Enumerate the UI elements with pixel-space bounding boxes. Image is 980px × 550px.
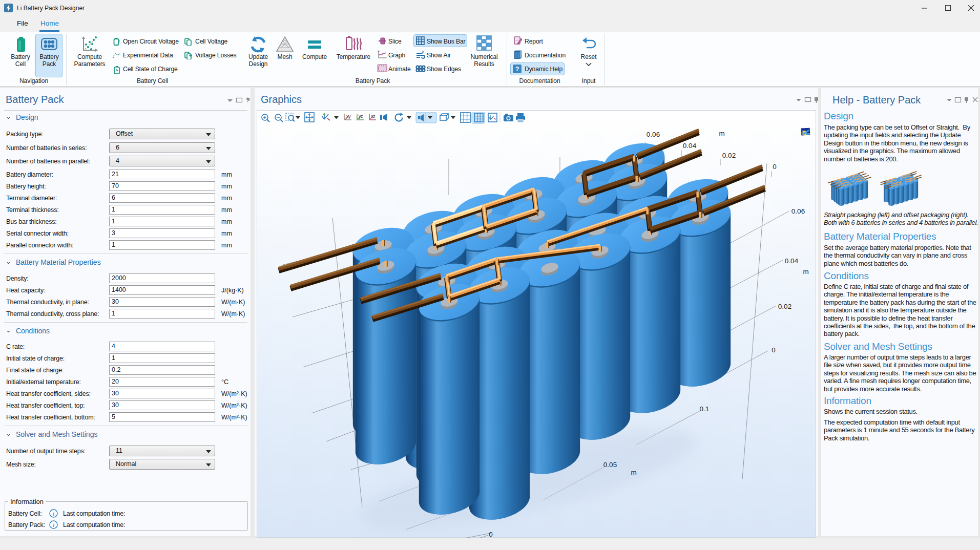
svg-text:0.1: 0.1	[700, 405, 710, 413]
svg-text:i: i	[53, 511, 54, 517]
svg-text:m: m	[803, 268, 808, 276]
svg-text:0: 0	[489, 531, 493, 538]
svg-text:0.04: 0.04	[785, 257, 799, 265]
svg-text:?: ?	[515, 66, 519, 73]
svg-text:0.04: 0.04	[683, 142, 697, 150]
svg-text:0: 0	[773, 163, 777, 171]
svg-text:0.06: 0.06	[791, 207, 805, 215]
svg-text:i: i	[53, 522, 54, 528]
svg-text:0.06: 0.06	[647, 131, 660, 138]
svg-text:0: 0	[772, 346, 776, 354]
svg-text:0.05: 0.05	[603, 461, 617, 469]
svg-text:m: m	[631, 469, 636, 476]
svg-text:0.02: 0.02	[722, 152, 736, 159]
svg-text:m: m	[719, 130, 724, 137]
svg-text:0.02: 0.02	[778, 303, 791, 310]
